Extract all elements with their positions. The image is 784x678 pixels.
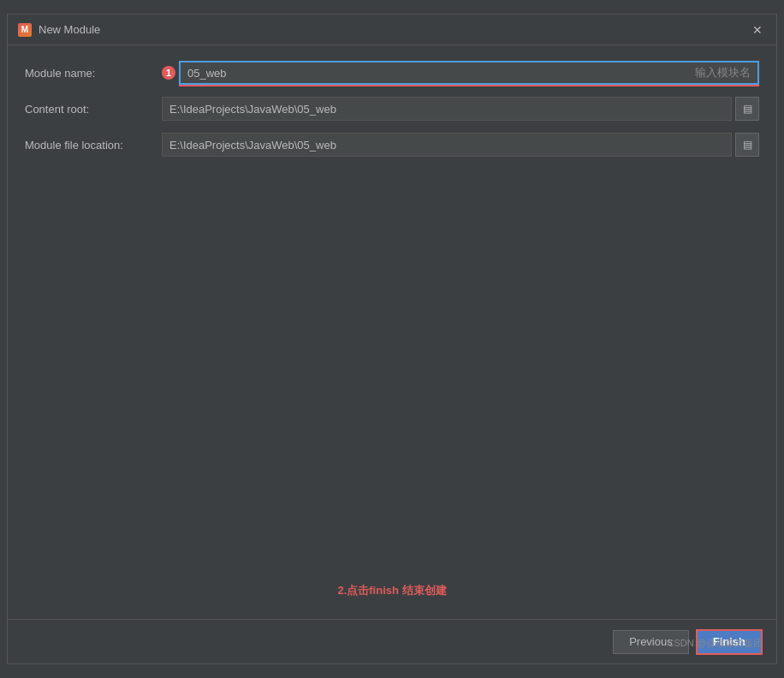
- close-button[interactable]: ✕: [749, 21, 766, 39]
- module-name-row: Module name: 1 输入模块名: [25, 59, 759, 86]
- dialog-icon: M: [18, 23, 32, 37]
- folder-icon-2: ▤: [743, 139, 752, 151]
- module-file-location-input[interactable]: [162, 133, 732, 157]
- content-root-browse-button[interactable]: ▤: [735, 97, 759, 121]
- step-badge: 1: [162, 66, 175, 80]
- input-underline: [179, 85, 759, 86]
- footer: Previous Finish: [8, 619, 776, 663]
- content-root-input-container: ▤: [162, 97, 759, 121]
- module-name-input[interactable]: [179, 61, 759, 85]
- watermark: CSDN @会核爆的饭团: [668, 637, 763, 650]
- content-root-row: Content root: ▤: [25, 95, 759, 122]
- close-icon: ✕: [752, 23, 763, 37]
- module-file-location-label: Module file location:: [25, 139, 162, 152]
- module-name-input-container: 1 输入模块名: [162, 61, 759, 85]
- content-root-input[interactable]: [162, 97, 732, 121]
- title-bar: M New Module ✕: [8, 15, 776, 45]
- module-file-location-row: Module file location: ▤: [25, 131, 759, 158]
- title-bar-left: M New Module: [18, 23, 100, 37]
- content-root-label: Content root:: [25, 103, 162, 116]
- module-file-location-input-container: ▤: [162, 133, 759, 157]
- module-file-location-browse-button[interactable]: ▤: [735, 133, 759, 157]
- annotation-text: 2.点击finish 结束创建: [25, 583, 759, 598]
- folder-icon: ▤: [743, 103, 752, 115]
- form-content: Module name: 1 输入模块名 Content root: ▤: [8, 45, 776, 619]
- new-module-dialog: M New Module ✕ Module name: 1 输入模块名 Cont…: [7, 14, 777, 664]
- dialog-title: New Module: [39, 23, 100, 36]
- module-name-label: Module name:: [25, 67, 162, 80]
- module-name-wrapper: 输入模块名: [179, 61, 759, 85]
- spacer: [25, 167, 759, 583]
